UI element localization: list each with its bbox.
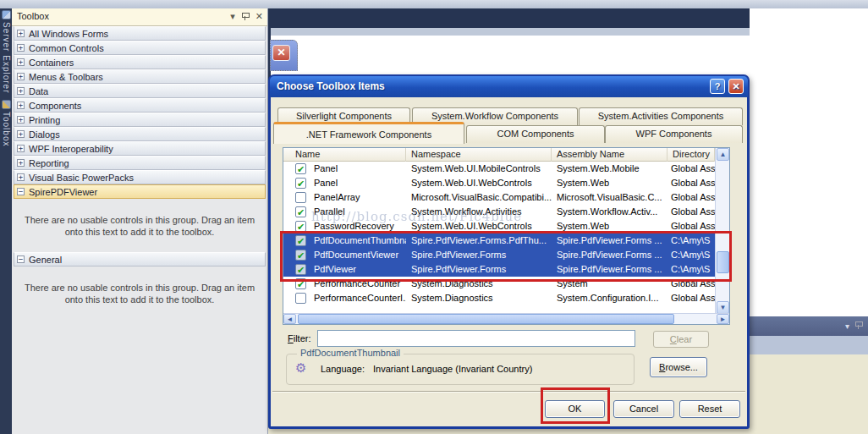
table-row[interactable]: ✔PanelArrayMicrosoft.VisualBasic.Compati… xyxy=(283,190,715,205)
toolbox-category-vb-powerpacks[interactable]: +Visual Basic PowerPacks xyxy=(14,170,266,184)
close-icon[interactable]: ✕ xyxy=(255,11,263,22)
ide-top-strip xyxy=(0,0,868,8)
horizontal-scrollbar[interactable]: ◄ ► xyxy=(283,313,729,324)
filter-label: Filter: xyxy=(288,333,311,343)
choose-toolbox-items-dialog: Choose Toolbox Items ? ✕ Silverlight Com… xyxy=(268,74,750,429)
expand-plus-icon[interactable]: + xyxy=(17,130,25,138)
toolbox-titlebar[interactable]: Toolbox ▾ ✕ xyxy=(12,8,267,26)
column-header-name[interactable]: Name xyxy=(283,148,406,162)
group-legend: PdfDocumentThumbnail xyxy=(297,348,404,358)
server-explorer-icon xyxy=(2,10,11,19)
toolbox-category-containers[interactable]: +Containers xyxy=(14,55,266,69)
pin-icon xyxy=(854,320,863,329)
column-header-directory[interactable]: Directory xyxy=(667,148,715,162)
toolbox-category-wpf-interoperability[interactable]: +WPF Interoperability xyxy=(14,141,266,156)
tab-system-activities-components[interactable]: System.Activities Components xyxy=(579,107,743,125)
column-header-assembly-name[interactable]: Assembly Name xyxy=(552,148,667,162)
column-header-namespace[interactable]: Namespace xyxy=(406,148,552,162)
toolbox-empty-note: There are no usable controls in this gro… xyxy=(24,282,255,305)
clear-button[interactable]: Clear xyxy=(653,331,709,348)
expand-plus-icon[interactable]: + xyxy=(17,102,25,109)
expand-plus-icon[interactable]: + xyxy=(17,159,25,167)
toolbox-category-spirepdfviewer[interactable]: −SpirePDFViewer xyxy=(14,184,266,199)
cancel-button[interactable]: Cancel xyxy=(613,400,674,418)
help-button[interactable]: ? xyxy=(710,79,725,94)
dock-strip xyxy=(750,336,868,354)
toolbox-tab-label: Toolbox xyxy=(2,112,11,146)
checkbox-icon[interactable]: ✔ xyxy=(295,192,306,203)
toolbox-empty-note: There are no usable controls in this gro… xyxy=(24,214,255,238)
expand-plus-icon[interactable]: + xyxy=(17,145,25,152)
annotation-red-rect-ok xyxy=(541,387,610,424)
form-close-icon: ✕ xyxy=(272,45,290,61)
scroll-left-icon[interactable]: ◄ xyxy=(283,314,296,324)
table-row[interactable]: ✔PerformanceCounterI...System.Diagnostic… xyxy=(283,291,715,305)
dock-beige-area xyxy=(750,354,868,434)
toolbox-category-printing[interactable]: +Printing xyxy=(14,113,266,127)
pin-icon[interactable] xyxy=(241,11,250,20)
expand-plus-icon[interactable]: + xyxy=(17,87,25,95)
reset-button[interactable]: Reset xyxy=(679,400,740,418)
horizontal-scrollbar-thumb[interactable] xyxy=(298,314,674,324)
footer-divider xyxy=(272,391,745,393)
collapse-minus-icon[interactable]: − xyxy=(17,255,25,263)
chevron-down-icon: ▾ xyxy=(845,321,854,331)
tab-com-components[interactable]: COM Components xyxy=(466,125,605,143)
checkbox-icon[interactable]: ✔ xyxy=(295,178,306,189)
designer-form-corner: ✕ xyxy=(270,40,298,71)
toolbox-panel: Toolbox ▾ ✕ +All Windows Forms +Common C… xyxy=(12,8,268,434)
checkbox-icon[interactable]: ✔ xyxy=(295,293,306,304)
toolbox-category-common-controls[interactable]: +Common Controls xyxy=(14,41,266,55)
close-button[interactable]: ✕ xyxy=(728,79,744,94)
expand-plus-icon[interactable]: + xyxy=(17,73,25,80)
toolbox-category-all-windows-forms[interactable]: +All Windows Forms xyxy=(14,26,266,41)
toolbox-icon xyxy=(2,100,11,109)
toolbox-category-data[interactable]: +Data xyxy=(14,84,266,98)
gear-icon: ⚙ xyxy=(295,361,306,375)
collapse-minus-icon[interactable]: − xyxy=(17,188,25,195)
expand-plus-icon[interactable]: + xyxy=(17,44,25,52)
checkbox-icon[interactable]: ✔ xyxy=(295,206,306,217)
component-info-group: PdfDocumentThumbnail ⚙ Language: Invaria… xyxy=(286,354,635,385)
server-explorer-label: Server Explorer xyxy=(2,22,11,93)
dialog-title: Choose Toolbox Items xyxy=(277,80,385,92)
toolbox-category-general[interactable]: −General xyxy=(14,252,266,266)
activity-bar: Server Explorer Toolbox xyxy=(0,8,12,434)
table-row[interactable]: ✔PanelSystem.Web.UI.WebControlsSystem.We… xyxy=(283,176,715,190)
ide-root: Server Explorer Toolbox ✕ ▾ Toolbox ▾ ✕ xyxy=(0,0,868,434)
filter-input[interactable] xyxy=(317,330,635,347)
tab-wpf-components[interactable]: WPF Components xyxy=(605,125,743,143)
toolbox-category-reporting[interactable]: +Reporting xyxy=(14,156,266,170)
scroll-up-icon[interactable]: ▲ xyxy=(717,148,729,161)
window-menu-icon[interactable]: ▾ xyxy=(230,11,235,22)
table-header: Name Namespace Assembly Name Directory xyxy=(283,148,729,162)
toolbox-category-menus-toolbars[interactable]: +Menus & Toolbars xyxy=(14,69,266,84)
browse-button[interactable]: Browse... xyxy=(650,357,707,377)
expand-plus-icon[interactable]: + xyxy=(17,58,25,66)
checkbox-icon[interactable]: ✔ xyxy=(295,163,306,174)
expand-plus-icon[interactable]: + xyxy=(17,173,25,181)
expand-plus-icon[interactable]: + xyxy=(17,30,25,37)
tab-net-framework-components[interactable]: .NET Framework Components xyxy=(273,122,464,144)
dock-panel-header[interactable]: ▾ xyxy=(750,316,868,336)
sidebar-tab-server-explorer[interactable]: Server Explorer xyxy=(0,10,12,93)
language-label: Language: xyxy=(321,364,365,374)
table-row[interactable]: ✔PanelSystem.Web.UI.MobileControlsSystem… xyxy=(283,162,715,176)
toolbox-category-dialogs[interactable]: +Dialogs xyxy=(14,127,266,141)
sidebar-tab-toolbox[interactable]: Toolbox xyxy=(0,100,12,146)
dialog-titlebar[interactable]: Choose Toolbox Items ? ✕ xyxy=(270,76,748,97)
toolbox-title: Toolbox xyxy=(17,11,49,21)
scroll-right-icon[interactable]: ► xyxy=(717,314,729,324)
annotation-red-rect-rows xyxy=(280,231,732,282)
right-dock: ▾ xyxy=(750,8,868,434)
expand-plus-icon[interactable]: + xyxy=(17,116,25,124)
scroll-down-icon[interactable]: ▼ xyxy=(717,301,729,314)
toolbox-category-components[interactable]: +Components xyxy=(14,98,266,113)
language-value: Invariant Language (Invariant Country) xyxy=(373,364,532,374)
watermark-text: http://blog.csdn.net/Fic4blue xyxy=(311,209,522,224)
